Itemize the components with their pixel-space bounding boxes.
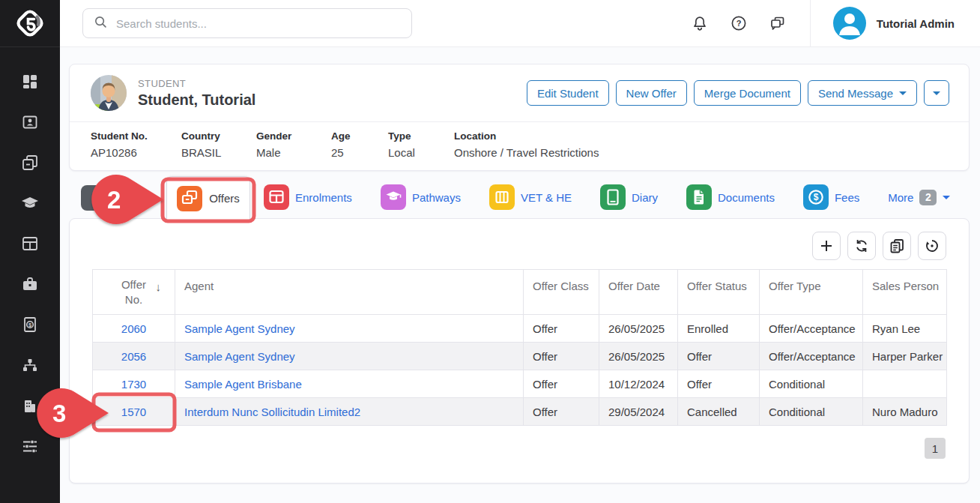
sort-desc-icon[interactable]: ↓ bbox=[156, 280, 162, 293]
tab-hidden[interactable] bbox=[81, 185, 106, 211]
sidebar-item-timetable[interactable] bbox=[21, 234, 40, 253]
fees-tab-icon: $ bbox=[803, 184, 829, 210]
offer-no-cell: 2056 bbox=[93, 343, 175, 370]
agent-cell: Sample Agent Brisbane bbox=[175, 370, 524, 398]
offer-type-cell: Conditional bbox=[760, 370, 863, 398]
sidebar-item-dashboard[interactable] bbox=[21, 72, 40, 91]
tab-pathways[interactable]: Pathways bbox=[381, 184, 461, 210]
user-avatar[interactable] bbox=[833, 7, 866, 40]
tab-fees[interactable]: $ Fees bbox=[803, 184, 859, 210]
sidebar-item-settings[interactable] bbox=[21, 436, 40, 455]
sidebar-item-pathways[interactable] bbox=[21, 355, 40, 374]
col-header-offer-no[interactable]: Offer No.↓ bbox=[93, 270, 175, 315]
agent-link[interactable]: Sample Agent Sydney bbox=[184, 322, 295, 335]
tab-documents[interactable]: Documents bbox=[686, 184, 775, 210]
student-card: STUDENT Student, Tutorial Edit Student N… bbox=[69, 64, 970, 171]
offer-date-cell: 26/05/2025 bbox=[599, 315, 678, 343]
tab-label: Diary bbox=[632, 191, 658, 204]
tab-enrolments[interactable]: Enrolments bbox=[264, 184, 352, 210]
table-header-row: Offer No.↓ Agent Offer Class Offer Date … bbox=[93, 270, 947, 315]
col-header-agent[interactable]: Agent bbox=[175, 270, 524, 315]
field-country: CountryBRASIL bbox=[181, 130, 256, 159]
col-header-sales-person[interactable]: Sales Person bbox=[863, 270, 947, 315]
student-header: STUDENT Student, Tutorial Edit Student N… bbox=[70, 64, 969, 122]
add-offer-button[interactable] bbox=[812, 232, 841, 260]
page-1-button[interactable]: 1 bbox=[925, 438, 946, 459]
student-tabs: Offers Enrolments Pathways VET & HE bbox=[69, 175, 970, 219]
offer-no-link[interactable]: 2060 bbox=[121, 322, 146, 335]
help-icon[interactable]: ? bbox=[729, 13, 748, 33]
offer-class-cell: Offer bbox=[524, 398, 599, 426]
offer-type-cell: Offer/Acceptance bbox=[760, 343, 863, 370]
divider bbox=[810, 0, 811, 46]
agent-link[interactable]: Sample Agent Brisbane bbox=[184, 378, 302, 391]
tab-more[interactable]: More 2 bbox=[888, 190, 950, 205]
new-offer-button[interactable]: New Offer bbox=[616, 80, 687, 106]
chat-icon[interactable] bbox=[768, 13, 787, 33]
agent-cell: Sample Agent Sydney bbox=[175, 315, 524, 343]
tab-label: Documents bbox=[718, 191, 775, 204]
agent-link[interactable]: Sample Agent Sydney bbox=[184, 350, 295, 363]
offer-date-cell: 10/12/2024 bbox=[599, 370, 678, 398]
more-count-badge: 2 bbox=[919, 190, 937, 205]
edit-student-button[interactable]: Edit Student bbox=[527, 80, 609, 106]
tab-label: Enrolments bbox=[295, 191, 352, 204]
offer-status-cell: Cancelled bbox=[678, 398, 760, 426]
col-header-offer-status[interactable]: Offer Status bbox=[678, 270, 760, 315]
offer-status-cell: Offer bbox=[678, 370, 760, 398]
sales-person-cell: Harper Parker bbox=[863, 343, 947, 370]
search-input[interactable] bbox=[116, 17, 402, 30]
vet-he-tab-icon bbox=[489, 184, 515, 210]
search-box bbox=[82, 8, 412, 38]
diary-tab-icon bbox=[600, 184, 626, 210]
sales-person-cell: Nuro Maduro bbox=[863, 398, 947, 426]
tab-label: VET & HE bbox=[521, 191, 572, 204]
offer-status-cell: Offer bbox=[678, 343, 760, 370]
copy-button[interactable] bbox=[883, 232, 911, 260]
offer-no-link[interactable]: 1730 bbox=[121, 378, 146, 391]
enrolments-tab-icon bbox=[264, 184, 289, 210]
agent-link[interactable]: Interdum Nunc Sollicitudin Limited2 bbox=[184, 406, 360, 418]
merge-document-button[interactable]: Merge Document bbox=[694, 80, 801, 106]
tab-label: Fees bbox=[835, 191, 859, 204]
table-row: 2056Sample Agent SydneyOffer26/05/2025Of… bbox=[93, 343, 947, 370]
send-message-button[interactable]: Send Message bbox=[808, 80, 917, 106]
refresh-button[interactable] bbox=[847, 232, 876, 260]
col-header-offer-date[interactable]: Offer Date bbox=[599, 270, 678, 315]
offer-no-cell: 1570 bbox=[93, 398, 175, 426]
offer-no-link[interactable]: 1570 bbox=[121, 406, 146, 418]
col-header-offer-type[interactable]: Offer Type bbox=[760, 270, 863, 315]
user-name: Tutorial Admin bbox=[877, 17, 955, 30]
history-button[interactable] bbox=[918, 232, 946, 260]
tab-diary[interactable]: Diary bbox=[600, 184, 658, 210]
offer-class-cell: Offer bbox=[524, 315, 599, 343]
sidebar-item-organisation[interactable] bbox=[21, 396, 40, 415]
more-actions-dropdown-button[interactable] bbox=[924, 80, 949, 106]
agent-cell: Interdum Nunc Sollicitudin Limited2 bbox=[175, 398, 524, 426]
table-row: 1730Sample Agent BrisbaneOffer10/12/2024… bbox=[93, 370, 947, 398]
documents-tab-icon bbox=[686, 184, 712, 210]
offer-date-cell: 26/05/2025 bbox=[599, 343, 678, 370]
notifications-bell-icon[interactable] bbox=[690, 13, 710, 33]
sales-person-cell: Ryan Lee bbox=[863, 315, 947, 343]
topbar-actions: ? Tutorial Admin bbox=[680, 0, 980, 46]
offer-date-cell: 29/05/2024 bbox=[599, 398, 678, 426]
offers-toolbar bbox=[812, 232, 946, 260]
chevron-down-icon bbox=[933, 91, 940, 99]
sidebar-item-courses[interactable] bbox=[21, 193, 40, 212]
sidebar-item-invoices[interactable]: $ bbox=[21, 315, 40, 334]
offer-no-cell: 1730 bbox=[93, 370, 175, 398]
tab-vet-he[interactable]: VET & HE bbox=[489, 184, 572, 210]
svg-text:?: ? bbox=[736, 19, 741, 28]
app-window: $ ? bbox=[0, 0, 980, 503]
app-logo-icon[interactable] bbox=[0, 0, 60, 47]
tab-label: Offers bbox=[209, 192, 240, 205]
offer-no-link[interactable]: 2056 bbox=[121, 350, 146, 363]
sidebar-item-students[interactable] bbox=[21, 112, 40, 131]
offer-no-cell: 2060 bbox=[93, 315, 175, 343]
sidebar-item-agents[interactable] bbox=[21, 274, 40, 293]
col-header-offer-class[interactable]: Offer Class bbox=[524, 270, 599, 315]
tab-offers[interactable]: Offers bbox=[166, 176, 250, 220]
offers-table-body: 2060Sample Agent SydneyOffer26/05/2025En… bbox=[93, 315, 947, 426]
sidebar-item-offers[interactable] bbox=[21, 153, 40, 172]
